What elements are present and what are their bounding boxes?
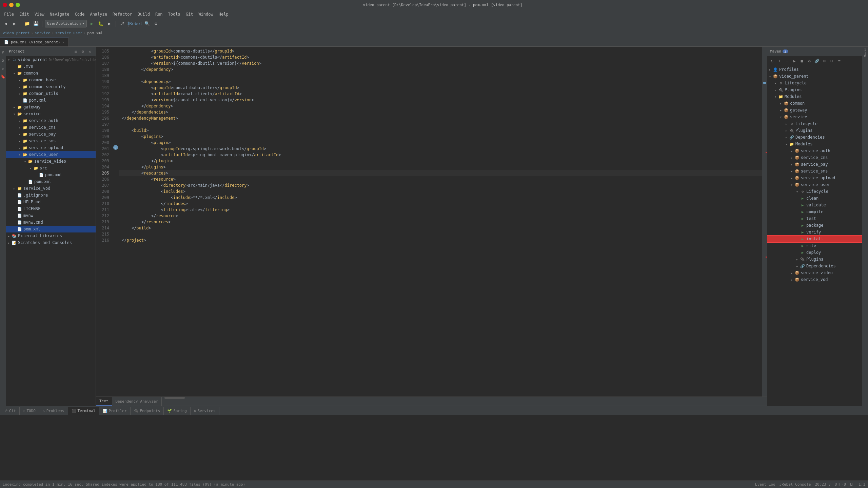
maven-modules[interactable]: ▾ 📁 Modules bbox=[767, 93, 862, 100]
search-button[interactable]: 🔍 bbox=[143, 20, 151, 27]
code-editor[interactable]: <groupId>commons-dbutils</groupId> <arti… bbox=[119, 47, 762, 396]
maven-clean[interactable]: ▶ clean bbox=[767, 195, 862, 202]
tree-mvn[interactable]: ▸ 📁 .mvn bbox=[6, 63, 96, 70]
maven-service-lifecycle[interactable]: ▸ ⚙ Lifecycle bbox=[767, 120, 862, 127]
maven-service-plugins[interactable]: ▸ 🔌 Plugins bbox=[767, 127, 862, 134]
bookmarks-icon[interactable]: 🔖 bbox=[0, 74, 6, 79]
tree-service-user-pom[interactable]: ▸ 📄 pom.xml bbox=[6, 178, 96, 185]
tree-scratches[interactable]: ▸ 📝 Scratches and Consoles bbox=[6, 239, 96, 246]
menu-window[interactable]: Window bbox=[196, 11, 216, 17]
maven-collapse-btn[interactable]: ⊟ bbox=[828, 58, 835, 64]
tab-services[interactable]: ⚙ Services bbox=[191, 407, 219, 415]
maven-su-deps[interactable]: ▸ 🔗 Dependencies bbox=[767, 263, 862, 269]
run-button[interactable]: ▶ bbox=[88, 20, 96, 27]
maven-group-btn[interactable]: ≡ bbox=[836, 58, 843, 64]
tree-mvnw-cmd[interactable]: ▸ 📄 mvnw.cmd bbox=[6, 219, 96, 226]
maven-service-user[interactable]: ▾ 📦 service_user bbox=[767, 181, 862, 188]
maven-common[interactable]: ▸ 📦 common bbox=[767, 100, 862, 107]
tree-service-auth[interactable]: ▸ 📁 service_auth bbox=[6, 117, 96, 124]
tree-service-cms[interactable]: ▸ 📁 service_cms bbox=[6, 124, 96, 131]
maven-validate[interactable]: ▶ validate bbox=[767, 202, 862, 208]
structure-icon[interactable]: S bbox=[0, 58, 6, 63]
tree-service[interactable]: ▾ 📂 service bbox=[6, 110, 96, 117]
line-ending[interactable]: LF bbox=[850, 482, 854, 487]
maven-settings-btn[interactable]: ⚙ bbox=[806, 58, 813, 64]
maven-deploy[interactable]: ▶ deploy bbox=[767, 249, 862, 256]
tab-pom-xml[interactable]: 📄 pom.xml (video_parent) ✕ bbox=[0, 38, 69, 46]
menu-code[interactable]: Code bbox=[72, 11, 87, 17]
tree-mvnw[interactable]: ▸ 📄 mvnw bbox=[6, 212, 96, 219]
debug-button[interactable]: 🐛 bbox=[97, 20, 104, 27]
maven-run-btn[interactable]: ▶ bbox=[791, 58, 798, 64]
maven-profiles[interactable]: ▸ 👤 Profiles bbox=[767, 66, 862, 73]
run-coverage-button[interactable]: ▶ bbox=[106, 20, 113, 27]
tree-help-md[interactable]: ▸ 📄 HELP.md bbox=[6, 199, 96, 205]
close-button[interactable] bbox=[3, 3, 7, 7]
menu-git[interactable]: Git bbox=[183, 11, 196, 17]
sidebar-settings-btn[interactable]: ⚙ bbox=[80, 48, 86, 55]
tab-spring[interactable]: 🌱 Spring bbox=[164, 407, 191, 415]
menu-help[interactable]: Help bbox=[216, 11, 231, 17]
maven-refresh-btn[interactable]: ↻ bbox=[769, 58, 775, 64]
maven-service-modules[interactable]: ▾ 📁 Modules bbox=[767, 141, 862, 147]
maven-remove-btn[interactable]: − bbox=[784, 58, 790, 64]
back-button[interactable]: ◀ bbox=[2, 20, 9, 27]
menu-edit[interactable]: Edit bbox=[17, 11, 32, 17]
maven-service-vod-node[interactable]: ▸ 📦 service_vod bbox=[767, 276, 862, 283]
project-icon[interactable]: P bbox=[0, 49, 6, 55]
sidebar-collapse-btn[interactable]: ≡ bbox=[73, 48, 79, 55]
tab-git[interactable]: ⎇ Git bbox=[0, 407, 20, 415]
maven-gateway[interactable]: ▸ 📦 gateway bbox=[767, 107, 862, 114]
maven-side-icon[interactable]: Maven bbox=[863, 49, 868, 55]
tree-src2[interactable]: ▸ 📄 pom.xml bbox=[6, 171, 96, 178]
maven-package[interactable]: ▶ package bbox=[767, 222, 862, 229]
tab-profiler[interactable]: 📊 Profiler bbox=[99, 407, 131, 415]
maven-su-plugins[interactable]: ▸ 🔌 Plugins bbox=[767, 256, 862, 263]
tab-problems[interactable]: ⚠ Problems bbox=[39, 407, 68, 415]
tab-endpoints[interactable]: 🔌 Endpoints bbox=[131, 407, 164, 415]
maven-service-auth[interactable]: ▸ 📦 service_auth bbox=[767, 147, 862, 154]
git-button[interactable]: ⎇ bbox=[118, 20, 126, 27]
minimize-button[interactable] bbox=[9, 3, 14, 7]
tree-src[interactable]: ▸ 📁 src bbox=[6, 165, 96, 171]
menu-run[interactable]: Run bbox=[153, 11, 165, 17]
tab-dependency-analyzer[interactable]: Dependency Analyzer bbox=[112, 397, 162, 406]
tab-close-icon[interactable]: ✕ bbox=[62, 40, 64, 44]
maven-expand-btn[interactable]: ⊞ bbox=[821, 58, 828, 64]
line-col[interactable]: 20:23 ∨ bbox=[815, 482, 830, 487]
tree-service-upload[interactable]: ▸ 📁 service_upload bbox=[6, 144, 96, 151]
tree-service-sms[interactable]: ▸ 📁 service_sms bbox=[6, 138, 96, 144]
menu-tools[interactable]: Tools bbox=[165, 11, 183, 17]
maven-compile[interactable]: ▶ compile bbox=[767, 208, 862, 215]
tree-gitignore[interactable]: ▸ 📄 .gitignore bbox=[6, 192, 96, 199]
maven-link-btn[interactable]: 🔗 bbox=[813, 58, 820, 64]
maven-test[interactable]: ▶ test bbox=[767, 215, 862, 222]
breadcrumb-service[interactable]: service bbox=[35, 31, 50, 35]
open-file-button[interactable]: 📁 bbox=[23, 20, 31, 27]
tree-root[interactable]: ▾ 🗂 video_parent D:\Develop\IdeaPro\vide… bbox=[6, 56, 96, 63]
menu-analyze[interactable]: Analyze bbox=[87, 11, 110, 17]
maven-service-video-node[interactable]: ▸ 📦 service_video bbox=[767, 269, 862, 276]
maven-service-upload[interactable]: ▸ 📦 service_upload bbox=[767, 175, 862, 181]
menu-view[interactable]: View bbox=[32, 11, 47, 17]
tree-service-vod[interactable]: ▸ 📁 service_vod bbox=[6, 185, 96, 192]
tab-todo[interactable]: ☑ TODO bbox=[20, 407, 39, 415]
tree-common-base[interactable]: ▸ 📁 common_base bbox=[6, 77, 96, 83]
sidebar-close-btn[interactable]: ✕ bbox=[87, 48, 93, 55]
maven-install[interactable]: ▶ install bbox=[767, 236, 862, 242]
favorites-icon[interactable]: ★ bbox=[0, 66, 6, 71]
tab-text[interactable]: Text bbox=[96, 397, 112, 406]
menu-refactor[interactable]: Refactor bbox=[110, 11, 135, 17]
tree-common-utils[interactable]: ▸ 📁 common_utils bbox=[6, 90, 96, 97]
maven-video-parent[interactable]: ▾ 📦 video_parent bbox=[767, 73, 862, 80]
tree-common-pom[interactable]: ▸ 📄 pom.xml bbox=[6, 97, 96, 104]
maven-add-btn[interactable]: + bbox=[776, 58, 783, 64]
event-log[interactable]: Event Log bbox=[755, 482, 775, 487]
maven-service-deps[interactable]: ▸ 🔗 Dependencies bbox=[767, 134, 862, 141]
tree-license[interactable]: ▸ 📄 LICENSE bbox=[6, 205, 96, 212]
tree-service-pay[interactable]: ▸ 📁 service_pay bbox=[6, 131, 96, 138]
maven-service-sms[interactable]: ▸ 📦 service_sms bbox=[767, 168, 862, 175]
maven-stop-btn[interactable]: ■ bbox=[798, 58, 805, 64]
maven-service-cms[interactable]: ▸ 📦 service_cms bbox=[767, 154, 862, 161]
tree-service-video[interactable]: ▾ 📂 service_video bbox=[6, 158, 96, 165]
